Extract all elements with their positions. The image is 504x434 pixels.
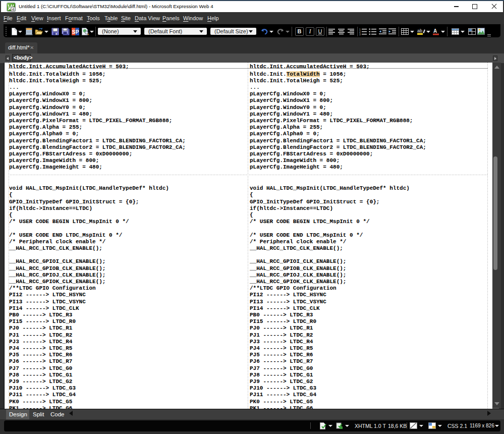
svg-text:3: 3 (359, 33, 361, 36)
svg-text:4: 4 (12, 7, 15, 12)
svg-text:A: A (433, 28, 437, 34)
svg-text:P: P (76, 29, 79, 35)
svg-text:ab: ab (417, 28, 422, 33)
svg-text:S: S (72, 29, 76, 35)
